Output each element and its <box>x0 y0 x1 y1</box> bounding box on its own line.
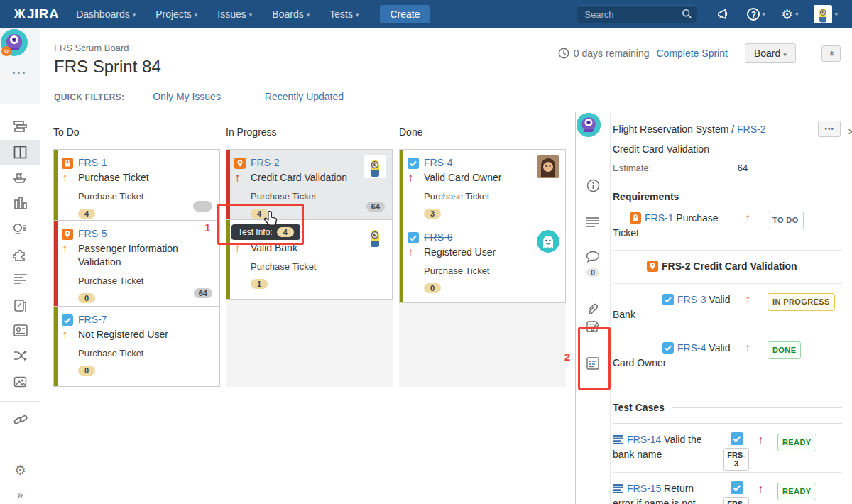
epic-label: Purchase Ticket <box>251 261 385 272</box>
nav-menu-issues[interactable]: Issues▾ <box>207 0 262 29</box>
issue-key-link[interactable]: FRS-14 <box>627 434 661 445</box>
test-case-icon <box>613 483 624 494</box>
issue-key-link[interactable]: FRS-1 <box>78 157 106 168</box>
card-frs-5[interactable]: ↑ FRS-5 Passenger Information Validation… <box>54 221 219 307</box>
linked-issue-chip[interactable]: FRS-3 <box>723 448 749 471</box>
issue-key-link[interactable]: FRS-3 <box>677 294 706 305</box>
jira-charlie-icon: Ж <box>14 7 26 21</box>
epic-label: Purchase Ticket <box>424 191 558 202</box>
project-avatar[interactable] <box>0 28 40 57</box>
search-input[interactable] <box>577 5 697 23</box>
issue-key-link[interactable]: FRS-4 <box>424 157 452 168</box>
board-menu-button[interactable]: Board▾ <box>745 43 796 63</box>
status-badge: DONE <box>768 341 801 359</box>
sidebar-expand-icon[interactable]: » <box>17 488 23 500</box>
requirement-row-current[interactable]: FRS-2 Credit Card Validation <box>613 251 842 284</box>
filter-recently-updated[interactable]: Recently Updated <box>265 91 344 102</box>
task-check-icon <box>723 432 750 445</box>
filter-only-my-issues[interactable]: Only My Issues <box>153 91 221 102</box>
chevron-double-up-icon: » <box>826 50 836 55</box>
annotation-box-1 <box>217 204 304 245</box>
card-frs-1[interactable]: ↑ FRS-1 Purchase Ticket Purchase Ticket … <box>54 150 219 221</box>
announcements-icon[interactable] <box>711 8 737 21</box>
nav-menu-projects[interactable]: Projects▾ <box>146 0 207 29</box>
task-check-icon <box>408 158 419 169</box>
description-icon[interactable] <box>576 209 610 231</box>
issue-key-link[interactable]: FRS-2 <box>251 157 279 168</box>
issue-detail-panel: Flight Reservation System / FRS-2 ••• × … <box>611 112 852 504</box>
breadcrumb-issue-key[interactable]: FRS-2 <box>737 124 765 135</box>
epic-label: Purchase Ticket <box>78 191 212 202</box>
sidebar-item-components[interactable] <box>0 268 40 293</box>
sidebar-item-backlog[interactable] <box>0 114 40 140</box>
issue-key-link[interactable]: FRS-7 <box>78 314 106 325</box>
jira-logo[interactable]: Ж JIRA <box>14 6 59 22</box>
create-button[interactable]: Create <box>380 5 430 23</box>
search-icon[interactable] <box>682 9 692 19</box>
card-age-bar <box>54 221 58 306</box>
chevron-down-icon: ▾ <box>783 51 787 58</box>
nav-menu-boards[interactable]: Boards▾ <box>262 0 320 29</box>
clock-icon <box>558 48 569 59</box>
sidebar-item-active-sprints[interactable] <box>0 140 40 165</box>
sidebar-item-shuffle[interactable] <box>0 344 40 370</box>
card-frs-4[interactable]: ↑ FRS-4 Valid Card Owner Purchase Ticket… <box>399 149 566 224</box>
test-case-row[interactable]: FRS-15 Return error if name is not corre… <box>613 473 842 504</box>
complete-sprint-link[interactable]: Complete Sprint <box>656 48 727 59</box>
sidebar-item-links[interactable] <box>0 407 40 433</box>
panel-more-button[interactable]: ••• <box>818 121 841 137</box>
girl-avatar <box>537 155 559 178</box>
nav-menu-dashboards[interactable]: Dashboards▾ <box>66 0 146 29</box>
user-menu[interactable]: ▾ <box>808 5 843 23</box>
sidebar-item-reports[interactable] <box>0 191 40 217</box>
estimate-label: Estimate: <box>613 163 651 173</box>
details-info-icon[interactable] <box>576 172 610 195</box>
test-case-row[interactable]: FRS-14 Valid the bank name FRS-3 ↑ READY <box>613 424 842 473</box>
sidebar-item-profile-card[interactable] <box>0 319 40 344</box>
nav-menu-tests[interactable]: Tests▾ <box>320 0 368 29</box>
test-info-badge[interactable]: 0 <box>78 366 95 376</box>
sidebar-settings[interactable]: ⚙ <box>14 465 26 477</box>
annotation-number-1: 1 <box>204 221 210 234</box>
issue-key-link[interactable]: FRS-1 <box>645 212 673 224</box>
issue-key-link[interactable]: FRS-4 <box>677 342 706 354</box>
test-info-badge[interactable]: 4 <box>78 209 95 219</box>
card-age-bar <box>54 150 58 220</box>
issue-project-avatar <box>576 112 610 138</box>
test-cases-heading: Test Cases <box>613 402 842 413</box>
issue-key-link[interactable]: FRS-15 <box>627 483 661 494</box>
comments-icon[interactable] <box>576 243 610 265</box>
requirement-row[interactable]: FRS-3 Valid Bank ↑ IN PROGRESS <box>613 284 842 332</box>
issue-key-link[interactable]: FRS-6 <box>424 231 452 243</box>
sidebar-item-pages[interactable] <box>0 293 40 319</box>
attachments-icon[interactable] <box>576 295 610 319</box>
chevron-down-icon: ▾ <box>195 11 198 18</box>
test-info-badge[interactable]: 0 <box>424 283 441 293</box>
issue-key-link[interactable]: FRS-5 <box>78 228 106 239</box>
jira-logo-text: JIRA <box>27 6 59 22</box>
close-icon[interactable]: × <box>848 125 852 139</box>
linked-issue-chip[interactable]: FRS-4 <box>723 497 749 504</box>
epic-label: Purchase Ticket <box>251 191 385 202</box>
sidebar-item-addons[interactable] <box>0 242 40 268</box>
collapse-header-button[interactable]: » <box>821 45 841 62</box>
sidebar-item-issues[interactable] <box>0 217 40 242</box>
estimate-value: 64 <box>738 163 748 173</box>
test-info-badge[interactable]: 1 <box>251 279 268 289</box>
requirement-row[interactable]: FRS-4 Valid Card Owner ↑ DONE <box>613 332 842 380</box>
sidebar-divider <box>0 439 40 439</box>
sidebar-item-releases[interactable] <box>0 165 40 191</box>
top-nav: Ж JIRA Dashboards▾ Projects▾ Issues▾ Boa… <box>0 0 852 28</box>
board-breadcrumb[interactable]: FRS Scrum Board <box>54 43 129 53</box>
requirement-row[interactable]: FRS-1 Purchase Ticket ↑ TO DO <box>613 202 842 251</box>
test-info-badge[interactable]: 3 <box>424 209 441 219</box>
card-frs-6[interactable]: ↑ FRS-6 Registered User Purchase Ticket … <box>399 224 566 303</box>
help-menu[interactable]: ? ▾ <box>741 8 771 21</box>
card-frs-7[interactable]: ↑ FRS-7 Not Registered User Purchase Tic… <box>54 307 219 386</box>
sidebar-item-media[interactable] <box>0 370 40 395</box>
admin-menu[interactable]: ⚙ ▾ <box>775 8 804 21</box>
sidebar-more-icon[interactable]: ··· <box>13 67 28 79</box>
priority-high-icon: ↑ <box>62 172 68 184</box>
priority-highest-icon: ↑ <box>758 481 763 496</box>
test-info-badge[interactable]: 0 <box>78 293 95 303</box>
